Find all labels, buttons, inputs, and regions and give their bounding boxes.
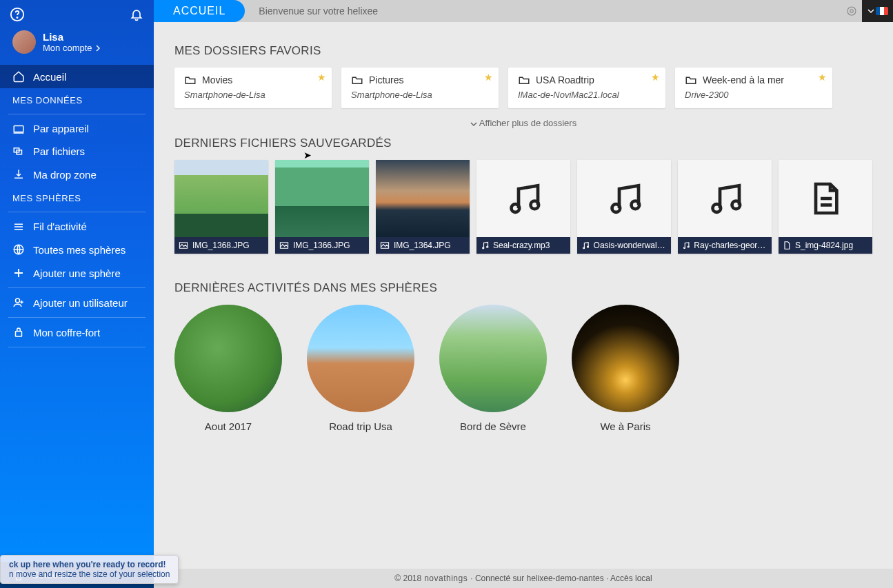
sphere-thumbnail — [572, 305, 679, 412]
folder-card[interactable]: ★ Week-end à la mer Drive-2300 — [675, 68, 832, 108]
recent-files-heading: DERNIERS FICHIERS SAUVEGARDÉS — [174, 136, 872, 150]
dropzone-icon — [12, 168, 25, 181]
star-icon: ★ — [317, 72, 326, 83]
star-icon: ★ — [651, 72, 660, 83]
globe-icon — [12, 243, 25, 256]
music-icon — [581, 241, 590, 250]
nav-all-spheres[interactable]: Toutes mes sphères — [0, 238, 154, 261]
music-icon — [481, 241, 489, 250]
section-spheres-label: MES SPHÈRES — [0, 186, 154, 209]
show-more-folders[interactable]: Afficher plus de dossiers — [174, 118, 872, 128]
svg-point-8 — [847, 7, 856, 15]
notifications-icon[interactable] — [129, 7, 144, 22]
svg-point-14 — [531, 201, 539, 210]
file-thumbnail — [577, 160, 671, 237]
home-icon — [12, 70, 25, 83]
svg-point-1 — [17, 17, 17, 18]
svg-point-15 — [483, 247, 484, 249]
list-icon — [12, 222, 25, 232]
folder-icon — [685, 74, 697, 85]
section-data-label: MES DONNÉES — [0, 88, 154, 111]
target-icon[interactable] — [841, 5, 862, 17]
nav-add-sphere[interactable]: Ajouter une sphère — [0, 261, 154, 285]
user-block[interactable]: Lisa Mon compte — [0, 22, 154, 65]
lock-icon — [12, 326, 25, 338]
recorder-overlay: ck up here when you're ready to record! … — [0, 555, 179, 584]
svg-point-22 — [732, 201, 741, 210]
star-icon: ★ — [818, 72, 827, 83]
sphere-card[interactable]: Bord de Sèvre — [439, 305, 547, 432]
language-selector[interactable] — [862, 0, 893, 22]
footer: © 2018 novathings · Connecté sur helixee… — [154, 569, 893, 588]
folder-icon — [184, 74, 197, 85]
tab-home[interactable]: ACCUEIL — [154, 0, 245, 22]
document-icon — [783, 241, 791, 250]
account-link[interactable]: Mon compte — [43, 43, 101, 53]
file-thumbnail — [476, 160, 570, 237]
user-name: Lisa — [43, 31, 101, 43]
nav-add-user[interactable]: Ajouter un utilisateur — [0, 291, 154, 314]
file-thumbnail — [678, 160, 772, 237]
flag-fr-icon — [876, 7, 888, 15]
sphere-card[interactable]: Aout 2017 — [174, 305, 282, 432]
svg-point-23 — [683, 247, 685, 248]
svg-point-19 — [583, 247, 585, 249]
file-card[interactable]: S_img-4824.jpg — [779, 160, 872, 254]
nav-activity[interactable]: Fil d'activité — [0, 215, 154, 238]
music-icon — [705, 179, 744, 218]
topbar: ACCUEIL Bienvenue sur votre helixee — [154, 0, 893, 22]
image-icon — [179, 241, 188, 250]
chevron-down-icon — [867, 8, 874, 14]
files-icon — [12, 146, 25, 157]
file-card[interactable]: IMG_1368.JPG — [174, 160, 268, 254]
nav-home[interactable]: Accueil — [0, 65, 154, 88]
nav-by-files[interactable]: Par fichiers — [0, 140, 154, 163]
avatar — [12, 30, 36, 54]
help-icon[interactable] — [10, 7, 25, 22]
folder-card[interactable]: ★ USA Roadtrip IMac-de-NoviMac21.local — [508, 68, 665, 108]
chevron-down-icon — [470, 121, 477, 127]
file-thumbnail — [376, 160, 470, 237]
sidebar: Lisa Mon compte Accueil MES DONNÉES Par … — [0, 0, 154, 588]
document-icon — [806, 179, 845, 218]
sphere-card[interactable]: Road trip Usa — [307, 305, 414, 432]
svg-rect-2 — [14, 125, 23, 132]
recent-spheres-heading: DERNIÈRES ACTIVITÉS DANS MES SPHÈRES — [174, 281, 872, 295]
image-icon — [279, 241, 289, 250]
plus-icon — [12, 267, 25, 279]
sphere-thumbnail — [307, 305, 414, 412]
folder-card[interactable]: ★ Movies Smartphone-de-Lisa — [174, 68, 332, 108]
nav-dropzone[interactable]: Ma drop zone — [0, 163, 154, 186]
file-thumbnail — [275, 160, 369, 237]
file-thumbnail — [779, 160, 872, 237]
svg-rect-7 — [16, 332, 22, 337]
svg-point-9 — [850, 10, 854, 13]
device-icon — [12, 123, 25, 134]
favorites-heading: MES DOSSIERS FAVORIS — [174, 44, 872, 58]
topbar-subtitle: Bienvenue sur votre helixee — [259, 6, 378, 17]
svg-point-13 — [512, 204, 520, 212]
music-icon — [504, 179, 543, 218]
folder-card[interactable]: ★ Pictures Smartphone-de-Lisa — [341, 68, 499, 108]
svg-point-21 — [713, 204, 721, 212]
svg-point-17 — [612, 204, 621, 212]
file-thumbnail — [174, 160, 268, 237]
svg-point-18 — [632, 201, 640, 210]
sphere-card[interactable]: We à Paris — [572, 305, 679, 432]
file-card[interactable]: Seal-crazy.mp3 — [476, 160, 570, 254]
file-card[interactable]: IMG_1364.JPG — [376, 160, 470, 254]
file-card[interactable]: IMG_1366.JPG — [275, 160, 369, 254]
sphere-thumbnail — [439, 305, 547, 412]
chevron-right-icon — [95, 45, 101, 52]
svg-point-6 — [16, 298, 20, 303]
folder-icon — [351, 74, 363, 85]
file-card[interactable]: Oasis-wonderwall.… — [577, 160, 671, 254]
music-icon — [682, 241, 690, 250]
folder-icon — [518, 74, 530, 85]
nav-vault[interactable]: Mon coffre-fort — [0, 321, 154, 344]
music-icon — [605, 179, 643, 218]
file-card[interactable]: Ray-charles-georgi… — [678, 160, 772, 254]
nav-by-device[interactable]: Par appareil — [0, 117, 154, 140]
add-user-icon — [12, 296, 25, 309]
image-icon — [380, 241, 390, 250]
